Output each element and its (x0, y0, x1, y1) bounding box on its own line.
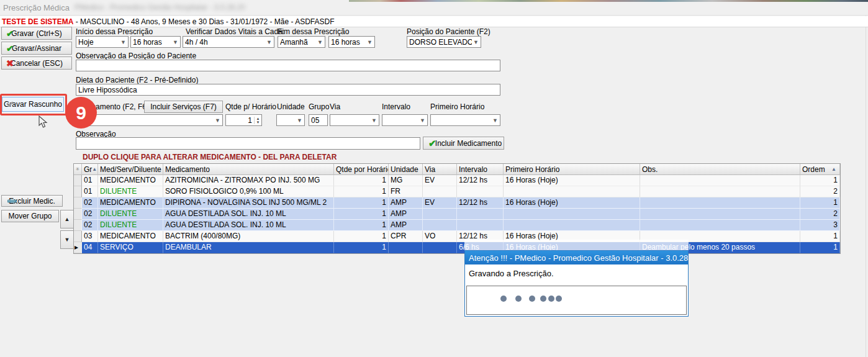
delete-medication-button[interactable]: Excluir Medic. (1, 195, 63, 207)
cell-tipo[interactable]: MEDICAMENTO (98, 231, 163, 242)
cell-unidade[interactable]: AMP (389, 209, 423, 220)
grid-header-unidade[interactable]: Unidade (389, 164, 423, 175)
qty-per-schedule-stepper[interactable]: 1 ▲▼ (225, 114, 262, 126)
cell-unidade[interactable]: AMP (389, 220, 423, 231)
cell-via[interactable] (423, 209, 457, 220)
cell-qtde[interactable]: 1 (334, 242, 389, 253)
cell-tipo[interactable]: MEDICAMENTO (98, 175, 163, 186)
cell-primeiro[interactable] (504, 209, 640, 220)
cell-ordem[interactable]: 1 (800, 175, 840, 186)
move-group-button[interactable]: Mover Grupo (1, 210, 59, 222)
table-row[interactable]: 01MEDICAMENTOAZITROMICINA - ZITROMAX PO … (74, 175, 840, 186)
move-group-down-button[interactable]: ▼ (60, 230, 74, 249)
cell-obs[interactable] (640, 175, 800, 186)
table-row[interactable]: 01DILUENTESORO FISIOLOGICO 0,9% 100 ML1F… (74, 186, 840, 197)
cell-qtde[interactable]: 1 (334, 186, 389, 197)
cell-med[interactable]: DEAMBULAR (163, 242, 334, 253)
cell-gr[interactable]: 02 (82, 197, 98, 209)
patient-position-select[interactable]: DORSO ELEVADO 30 G ▼ (407, 36, 481, 48)
save-draft-button[interactable]: ✔ Gravar Rascunho (2, 97, 64, 112)
cell-unidade[interactable] (389, 242, 423, 253)
cell-med[interactable]: BACTRIM (400/80MG) (163, 231, 334, 242)
cell-qtde[interactable]: 1 (334, 209, 389, 220)
cell-ordem[interactable]: 1 (800, 242, 840, 253)
cell-tipo[interactable]: MEDICAMENTO (98, 197, 163, 209)
row-indicator[interactable] (74, 220, 82, 231)
cell-obs[interactable] (640, 197, 800, 209)
row-indicator[interactable] (74, 175, 82, 186)
grid-header-qtde-por-hor-rio[interactable]: Qtde por Horário (334, 164, 389, 175)
grid-header-primeiro-hor-rio[interactable]: Primeiro Horário (504, 164, 640, 175)
cell-via[interactable]: EV (423, 197, 457, 209)
interval-select[interactable]: ▼ (382, 114, 428, 126)
cell-med[interactable]: AGUA DESTILADA SOL. INJ. 10 ML (163, 209, 334, 220)
cell-via[interactable] (423, 186, 457, 197)
cell-obs[interactable] (640, 186, 800, 197)
grid-header-intervalo[interactable]: Intervalo (457, 164, 504, 175)
cell-obs[interactable] (640, 220, 800, 231)
patient-diet-input[interactable] (76, 84, 500, 96)
grid-header-ordem[interactable]: Ordem▲ (800, 164, 840, 175)
cell-tipo[interactable]: SERVIÇO (98, 242, 163, 253)
cell-intervalo[interactable]: 12/12 hs (457, 197, 504, 209)
cell-ordem[interactable]: 3 (800, 220, 840, 231)
row-indicator[interactable] (74, 231, 82, 242)
row-indicator[interactable]: ▸ (74, 242, 82, 253)
start-day-select[interactable]: Hoje ▼ (76, 36, 129, 48)
unit-select[interactable]: ▼ (276, 114, 305, 126)
row-indicator[interactable] (74, 186, 82, 197)
medication-select[interactable]: ▼ (76, 114, 223, 126)
table-row[interactable]: 03MEDICAMENTOBACTRIM (400/80MG)1CPRVO12/… (74, 231, 840, 242)
table-row[interactable]: 02DILUENTEAGUA DESTILADA SOL. INJ. 10 ML… (74, 209, 840, 220)
cell-ordem[interactable]: 2 (800, 186, 840, 197)
cell-intervalo[interactable]: 12/12 hs (457, 175, 504, 186)
grid-header-via[interactable]: Via (423, 164, 457, 175)
grid-header-gr[interactable]: Gr▲ (82, 164, 98, 175)
cell-ordem[interactable]: 2 (800, 209, 840, 220)
route-select[interactable]: ▼ (330, 114, 379, 126)
start-time-select[interactable]: 16 horas ▼ (130, 36, 181, 48)
cell-via[interactable] (423, 220, 457, 231)
position-observation-input[interactable] (76, 60, 500, 71)
cell-unidade[interactable]: CPR (389, 231, 423, 242)
cell-qtde[interactable]: 1 (334, 231, 389, 242)
end-day-select[interactable]: Amanhã ▼ (278, 36, 325, 48)
cell-primeiro[interactable]: 16 Horas (Hoje) (504, 175, 640, 186)
grid-header-med-serv-diluente[interactable]: Med/Serv/Diluente (98, 164, 163, 175)
cell-gr[interactable]: 02 (82, 220, 98, 231)
move-group-up-button[interactable]: ▲ (60, 210, 74, 228)
cell-gr[interactable]: 03 (82, 231, 98, 242)
include-services-button[interactable]: Incluir Serviços (F7) (144, 101, 223, 113)
table-row[interactable]: 02DILUENTEAGUA DESTILADA SOL. INJ. 10 ML… (74, 220, 840, 231)
include-medication-button[interactable]: ✔ Incluir Medicamento (423, 137, 504, 150)
table-row[interactable]: 02MEDICAMENTODIPIRONA - NOVALGINA SOL IN… (74, 197, 840, 209)
cell-ordem[interactable]: 1 (800, 231, 840, 242)
table-row[interactable]: ▸04SERVIÇODEAMBULAR16/6 hs16 Horas (Hoje… (74, 242, 840, 253)
cell-med[interactable]: AZITROMICINA - ZITROMAX PO INJ. 500 MG (163, 175, 334, 186)
cell-unidade[interactable]: MG (389, 175, 423, 186)
cell-gr[interactable]: 01 (82, 186, 98, 197)
cell-primeiro[interactable] (504, 220, 640, 231)
cell-unidade[interactable]: FR (389, 186, 423, 197)
cell-gr[interactable]: 02 (82, 209, 98, 220)
cell-gr[interactable]: 04 (82, 242, 98, 253)
cancel-button[interactable]: ✖ Cancelar (ESC) (1, 56, 72, 70)
cell-qtde[interactable]: 1 (334, 197, 389, 209)
row-indicator[interactable] (74, 209, 82, 220)
cell-gr[interactable]: 01 (82, 175, 98, 186)
cell-obs[interactable] (640, 209, 800, 220)
row-indicator[interactable] (74, 197, 82, 209)
grid-header-obs-[interactable]: Obs. (640, 164, 800, 175)
save-sign-button[interactable]: ✔ Gravar/Assinar (1, 42, 72, 55)
save-button[interactable]: ✔ Gravar (Ctrl+S) (1, 27, 72, 40)
first-schedule-select[interactable]: ▼ (430, 114, 500, 126)
group-input[interactable] (309, 114, 328, 126)
cell-qtde[interactable]: 1 (334, 175, 389, 186)
cell-intervalo[interactable] (457, 220, 504, 231)
cell-tipo[interactable]: DILUENTE (98, 220, 163, 231)
cell-intervalo[interactable] (457, 186, 504, 197)
vitals-interval-select[interactable]: 4h / 4h ▼ (183, 36, 274, 48)
cell-intervalo[interactable] (457, 209, 504, 220)
end-time-select[interactable]: 16 horas ▼ (328, 36, 375, 48)
cell-primeiro[interactable]: 16 Horas (Hoje) (504, 197, 640, 209)
